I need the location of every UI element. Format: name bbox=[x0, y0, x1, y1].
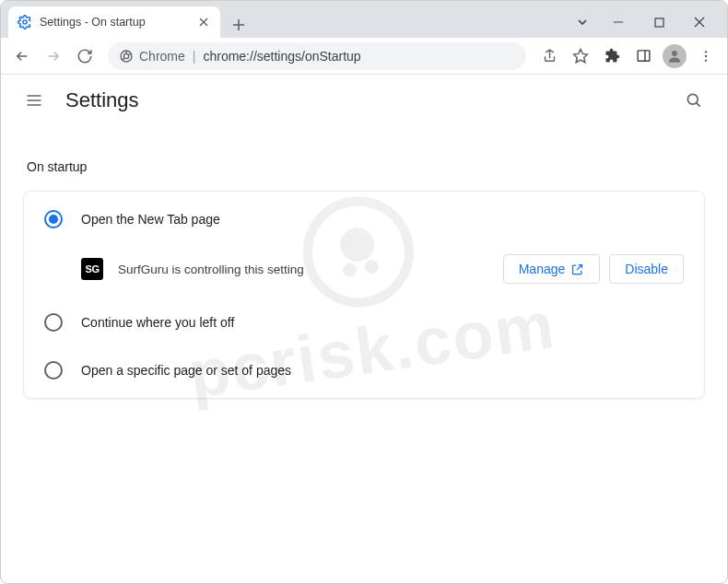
extension-logo-icon: SG bbox=[81, 258, 103, 280]
address-bar[interactable]: Chrome | chrome://settings/onStartup bbox=[108, 42, 526, 70]
svg-point-8 bbox=[705, 54, 707, 56]
maximize-icon bbox=[654, 18, 664, 28]
svg-rect-1 bbox=[655, 18, 663, 27]
new-tab-button[interactable] bbox=[226, 12, 252, 38]
minimize-icon bbox=[613, 17, 624, 28]
page-title: Settings bbox=[65, 88, 139, 112]
option-specific-pages[interactable]: Open a specific page or set of pages bbox=[24, 346, 704, 394]
maximize-button[interactable] bbox=[639, 8, 679, 36]
search-icon bbox=[685, 91, 703, 110]
svg-point-6 bbox=[672, 51, 677, 56]
puzzle-icon bbox=[605, 48, 620, 64]
option-continue[interactable]: Continue where you left off bbox=[24, 298, 704, 346]
option-label: Open the New Tab page bbox=[81, 212, 220, 227]
radio-unselected-icon bbox=[44, 313, 63, 332]
manage-button[interactable]: Manage bbox=[503, 254, 601, 284]
extensions-button[interactable] bbox=[598, 42, 626, 70]
url-text: chrome://settings/onStartup bbox=[203, 49, 360, 64]
option-new-tab[interactable]: Open the New Tab page bbox=[24, 195, 704, 243]
site-info-button[interactable]: Chrome bbox=[119, 49, 185, 64]
close-icon bbox=[694, 17, 705, 28]
side-panel-button[interactable] bbox=[629, 42, 657, 70]
disable-label: Disable bbox=[625, 262, 668, 276]
radio-unselected-icon bbox=[44, 361, 63, 380]
tab-search-button[interactable] bbox=[567, 8, 598, 36]
extension-message: SurfGuru is controlling this setting bbox=[118, 263, 488, 276]
tab-title: Settings - On startup bbox=[40, 16, 189, 29]
svg-point-7 bbox=[705, 51, 707, 53]
url-divider: | bbox=[193, 49, 196, 64]
close-icon bbox=[199, 18, 208, 27]
forward-button[interactable] bbox=[40, 42, 67, 70]
hamburger-menu-button[interactable] bbox=[19, 86, 49, 115]
close-tab-button[interactable] bbox=[196, 15, 211, 29]
close-window-button[interactable] bbox=[679, 8, 720, 36]
bookmark-button[interactable] bbox=[567, 42, 594, 70]
reload-button[interactable] bbox=[71, 42, 99, 70]
menu-icon bbox=[25, 91, 43, 110]
panel-icon bbox=[636, 48, 652, 64]
extension-actions: Manage Disable bbox=[503, 254, 684, 284]
svg-marker-4 bbox=[574, 49, 588, 62]
chrome-menu-button[interactable] bbox=[692, 42, 720, 70]
share-button[interactable] bbox=[535, 42, 563, 70]
section-title: On startup bbox=[27, 159, 705, 174]
dots-vertical-icon bbox=[699, 49, 713, 64]
settings-gear-icon bbox=[18, 15, 32, 29]
svg-point-9 bbox=[705, 59, 707, 61]
reload-icon bbox=[76, 48, 93, 64]
settings-content: On startup Open the New Tab page SG Surf… bbox=[1, 126, 727, 421]
plus-icon bbox=[232, 18, 245, 31]
disable-button[interactable]: Disable bbox=[609, 254, 684, 284]
share-icon bbox=[542, 48, 558, 64]
extension-control-notice: SG SurfGuru is controlling this setting … bbox=[24, 243, 704, 298]
star-icon bbox=[572, 48, 589, 64]
open-external-icon bbox=[570, 263, 584, 276]
minimize-button[interactable] bbox=[598, 8, 639, 36]
arrow-right-icon bbox=[45, 48, 62, 64]
avatar-icon bbox=[663, 44, 687, 68]
browser-toolbar: Chrome | chrome://settings/onStartup bbox=[1, 38, 727, 75]
arrow-left-icon bbox=[14, 48, 30, 64]
svg-point-0 bbox=[23, 20, 27, 24]
startup-options-card: Open the New Tab page SG SurfGuru is con… bbox=[23, 191, 705, 399]
radio-selected-icon bbox=[44, 210, 63, 228]
svg-point-10 bbox=[687, 94, 698, 104]
chevron-down-icon bbox=[576, 16, 589, 29]
chrome-logo-icon bbox=[119, 49, 134, 64]
option-label: Continue where you left off bbox=[81, 315, 234, 330]
manage-label: Manage bbox=[519, 262, 566, 276]
tab-strip: Settings - On startup bbox=[1, 1, 727, 38]
settings-header: Settings bbox=[1, 75, 727, 126]
profile-button[interactable] bbox=[661, 42, 688, 70]
browser-tab[interactable]: Settings - On startup bbox=[8, 6, 220, 38]
svg-rect-5 bbox=[638, 51, 650, 61]
search-settings-button[interactable] bbox=[679, 86, 709, 115]
option-label: Open a specific page or set of pages bbox=[81, 363, 291, 378]
back-button[interactable] bbox=[8, 42, 36, 70]
url-scheme-label: Chrome bbox=[139, 49, 185, 64]
window-controls bbox=[567, 6, 720, 38]
